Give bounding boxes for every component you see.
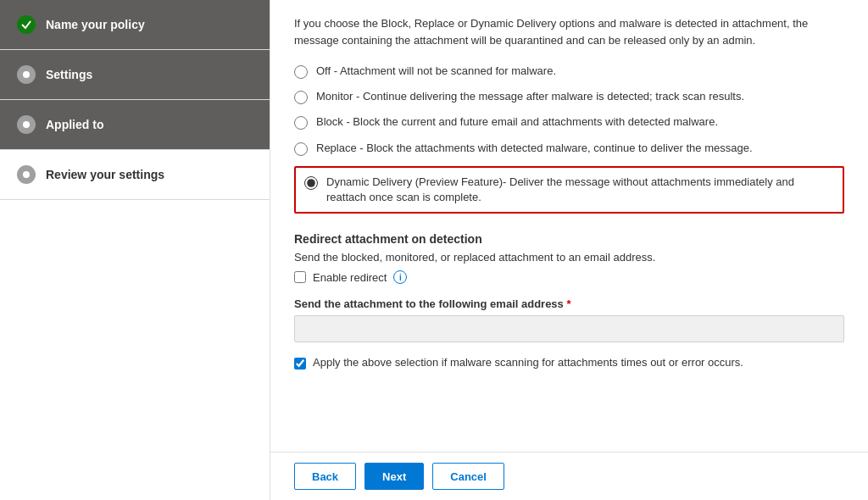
apply-checkbox-row: Apply the above selection if malware sca… <box>294 356 844 369</box>
radio-dynamic-input[interactable] <box>304 176 318 190</box>
step-icon-settings <box>17 65 36 84</box>
radio-block[interactable]: Block - Block the current and future ema… <box>294 114 844 130</box>
cancel-button[interactable]: Cancel <box>432 463 504 490</box>
sidebar-label-review: Review your settings <box>46 168 164 181</box>
content-area: If you choose the Block, Replace or Dyna… <box>270 0 868 452</box>
redirect-section: Redirect attachment on detection Send th… <box>294 232 844 284</box>
email-field-label: Send the attachment to the following ema… <box>294 297 844 310</box>
radio-dynamic-label: Dynamic Delivery (Preview Feature)- Deli… <box>326 175 834 205</box>
radio-off-label: Off - Attachment will not be scanned for… <box>316 64 556 79</box>
radio-replace-input[interactable] <box>294 142 308 156</box>
sidebar-item-settings[interactable]: Settings <box>0 50 270 100</box>
step-icon-applied-to <box>17 115 36 134</box>
intro-text: If you choose the Block, Replace or Dyna… <box>294 15 844 48</box>
apply-checkbox-label: Apply the above selection if malware sca… <box>313 356 743 369</box>
main-panel: If you choose the Block, Replace or Dyna… <box>270 0 868 500</box>
sidebar-item-applied-to[interactable]: Applied to <box>0 100 270 150</box>
radio-replace-label: Replace - Block the attachments with det… <box>316 141 753 156</box>
radio-dynamic[interactable]: Dynamic Delivery (Preview Feature)- Deli… <box>294 166 844 214</box>
step-icon-check <box>17 15 36 34</box>
radio-group: Off - Attachment will not be scanned for… <box>294 64 844 214</box>
apply-checkbox[interactable] <box>294 358 306 369</box>
required-star: * <box>566 297 570 310</box>
email-field-section: Send the attachment to the following ema… <box>294 297 844 342</box>
next-button[interactable]: Next <box>364 463 424 490</box>
radio-monitor[interactable]: Monitor - Continue delivering the messag… <box>294 89 844 104</box>
radio-replace[interactable]: Replace - Block the attachments with det… <box>294 141 844 156</box>
radio-off[interactable]: Off - Attachment will not be scanned for… <box>294 64 844 79</box>
redirect-title: Redirect attachment on detection <box>294 232 844 246</box>
sidebar-label-settings: Settings <box>46 68 92 81</box>
email-input[interactable] <box>294 315 844 342</box>
sidebar-label-name-policy: Name your policy <box>46 18 145 31</box>
footer: Back Next Cancel <box>270 452 868 500</box>
info-icon[interactable]: i <box>393 270 407 284</box>
enable-redirect-label: Enable redirect <box>313 271 387 284</box>
radio-monitor-label: Monitor - Continue delivering the messag… <box>316 89 744 104</box>
back-button[interactable]: Back <box>294 463 356 490</box>
email-label-text: Send the attachment to the following ema… <box>294 297 564 310</box>
radio-block-label: Block - Block the current and future ema… <box>316 114 718 130</box>
sidebar-label-applied-to: Applied to <box>46 118 103 131</box>
sidebar-item-name-policy[interactable]: Name your policy <box>0 0 270 50</box>
radio-monitor-input[interactable] <box>294 91 308 104</box>
step-icon-review <box>17 165 36 184</box>
redirect-description: Send the blocked, monitored, or replaced… <box>294 251 844 264</box>
sidebar-item-review[interactable]: Review your settings <box>0 150 270 200</box>
sidebar: Name your policy Settings Applied to Rev… <box>0 0 270 500</box>
radio-off-input[interactable] <box>294 65 308 79</box>
enable-redirect-checkbox[interactable] <box>294 271 306 283</box>
radio-block-input[interactable] <box>294 116 308 130</box>
enable-redirect-row: Enable redirect i <box>294 270 844 284</box>
